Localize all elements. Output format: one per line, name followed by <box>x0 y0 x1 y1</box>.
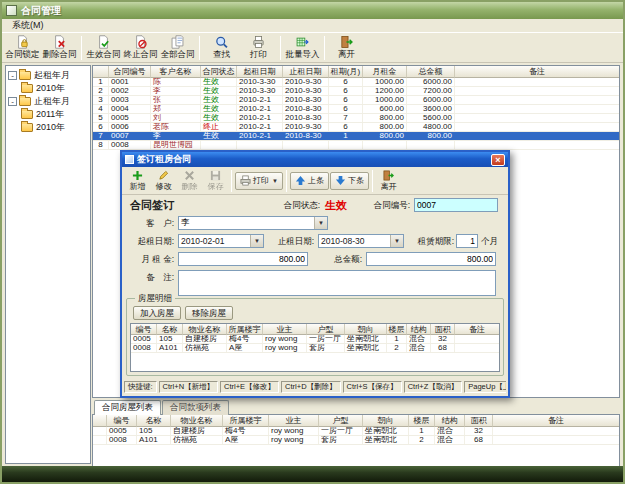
rent-field[interactable] <box>178 252 308 266</box>
chevron-down-icon[interactable]: ▼ <box>390 235 403 247</box>
contract-row[interactable]: 5 0005 刘 生效 2010-2-1 2010-8-30 7 800.00 … <box>93 114 619 123</box>
contract-row[interactable]: 6 0006 老陈 终止 2010-2-1 2010-9-30 6 800.00… <box>93 123 619 132</box>
house-row[interactable]: 0008 A101 仿福苑 A座 roy wong 套房 坐南朝北 2 混合 6… <box>131 344 499 353</box>
tree-leaf-2011[interactable]: 2011年 <box>6 108 90 121</box>
tree-collapse-icon[interactable]: - <box>8 71 17 80</box>
note-field[interactable] <box>178 270 496 296</box>
chevron-down-icon[interactable]: ▼ <box>314 217 327 229</box>
all-contracts-button[interactable]: 全部合同 <box>159 34 196 62</box>
contract-grid-body: 1 0001 陈 生效 2010-3-30 2010-9-30 6 1000.0… <box>93 78 619 150</box>
tree-leaf-label[interactable]: 2011年 <box>36 108 64 121</box>
contract-row[interactable]: 2 0002 李 生效 2010-3-30 2010-9-30 6 1200.0… <box>93 87 619 96</box>
tree-leaf-2010[interactable]: 2010年 <box>6 82 90 95</box>
contract-row[interactable]: 8 0008 昆明世博园 <box>93 141 619 150</box>
column-header[interactable]: 月租金 <box>363 66 407 78</box>
batch-import-button[interactable]: 批量导入 <box>284 34 321 62</box>
tree-node-start-month[interactable]: - 起租年月 <box>6 69 90 82</box>
facing-cell: 坐南朝北 <box>345 344 387 352</box>
dialog-close-button[interactable]: × <box>491 154 505 166</box>
column-header[interactable]: 面积 <box>431 324 455 335</box>
tree-leaf-2010-b[interactable]: 2010年 <box>6 121 90 134</box>
customer-select[interactable]: 李 ▼ <box>178 216 328 230</box>
delete-button[interactable]: 删除 <box>177 168 202 194</box>
column-header[interactable]: 业主 <box>263 324 307 335</box>
column-header[interactable]: 户型 <box>319 415 363 427</box>
column-header[interactable]: 楼层 <box>387 324 407 335</box>
previous-record-button[interactable]: 上条 <box>290 172 329 190</box>
search-button[interactable]: 查找 <box>203 34 240 62</box>
tree-collapse-icon[interactable]: - <box>8 97 17 106</box>
column-header[interactable]: 备注 <box>493 415 619 427</box>
column-header[interactable]: 起租日期 <box>237 66 283 78</box>
tab-contract-payments[interactable]: 合同款项列表 <box>162 400 229 415</box>
column-header[interactable]: 所属楼宇 <box>223 415 269 427</box>
start-date-picker[interactable]: 2010-02-01 ▼ <box>178 234 264 248</box>
exit-button[interactable]: 离开 <box>328 34 365 62</box>
contract-row[interactable]: 4 0004 郑 生效 2010-2-1 2010-8-30 6 600.00 … <box>93 105 619 114</box>
house-row[interactable]: 0005 105 自建楼房 梅4号 roy wong 一房一厅 坐南朝北 1 混… <box>131 335 499 344</box>
column-header[interactable]: 面积 <box>465 415 493 427</box>
customer-select-value: 李 <box>179 217 314 229</box>
terminated-contracts-button[interactable]: 终止合同 <box>122 34 159 62</box>
column-header[interactable]: 所属楼宇 <box>227 324 263 335</box>
end-date-picker[interactable]: 2010-08-30 ▼ <box>318 234 404 248</box>
print-button[interactable]: 打印 <box>240 34 277 62</box>
contract-row[interactable]: 1 0001 陈 生效 2010-3-30 2010-9-30 6 1000.0… <box>93 78 619 87</box>
column-header[interactable]: 租期(月) <box>329 66 363 78</box>
active-contracts-button[interactable]: 生效合同 <box>85 34 122 62</box>
column-header[interactable]: 业主 <box>269 415 319 427</box>
tree-node-label[interactable]: 起租年月 <box>34 69 70 82</box>
column-header[interactable]: 结构 <box>407 324 431 335</box>
tree-leaf-label[interactable]: 2010年 <box>36 82 65 95</box>
column-header[interactable]: 客户名称 <box>151 66 201 78</box>
column-header[interactable]: 止租日期 <box>283 66 329 78</box>
add-button[interactable]: 新增 <box>125 168 150 194</box>
house-row[interactable]: 0005 105 自建楼房 梅4号 roy wong 一房一厅 坐南朝北 1 混… <box>93 427 619 436</box>
column-header[interactable]: 备注 <box>455 324 499 335</box>
column-header[interactable]: 物业名称 <box>183 324 227 335</box>
toolbar-button-label: 生效合同 <box>87 49 121 61</box>
column-header[interactable]: 朝向 <box>345 324 387 335</box>
tree-node-end-month[interactable]: - 止租年月 <box>6 95 90 108</box>
next-record-button[interactable]: 下条 <box>330 172 369 190</box>
row-number-cell: 5 <box>93 114 109 122</box>
column-header[interactable]: 合同编号 <box>109 66 151 78</box>
contract-delete-button[interactable]: 删除合同 <box>41 34 78 62</box>
column-header[interactable]: 朝向 <box>363 415 409 427</box>
shortcut-cell: Ctrl+Z【取消】 <box>404 381 463 393</box>
column-header[interactable]: 名称 <box>157 324 183 335</box>
total-field[interactable] <box>366 252 496 266</box>
column-header[interactable]: 户型 <box>307 324 345 335</box>
group-title: 房屋明细 <box>135 293 175 305</box>
contract-row[interactable]: 3 0003 张 生效 2010-2-1 2010-8-30 6 1000.00… <box>93 96 619 105</box>
column-header[interactable]: 楼层 <box>409 415 435 427</box>
column-header[interactable]: 合同状态 <box>201 66 237 78</box>
owner-cell: roy wong <box>263 335 307 343</box>
column-header[interactable]: 结构 <box>435 415 465 427</box>
tree-leaf-label[interactable]: 2010年 <box>36 121 65 134</box>
column-header[interactable]: 物业名称 <box>171 415 223 427</box>
owner-cell: roy wong <box>263 344 307 352</box>
contract-lock-button[interactable]: 合同锁定 <box>4 34 41 62</box>
chevron-down-icon[interactable]: ▼ <box>250 235 263 247</box>
contract-row[interactable]: 7 0007 李 生效 2010-2-1 2010-8-30 1 800.00 … <box>93 132 619 141</box>
add-house-button[interactable]: 加入房屋 <box>133 306 181 320</box>
term-field[interactable] <box>456 234 478 248</box>
edit-icon <box>158 170 169 181</box>
tree-node-label[interactable]: 止租年月 <box>34 95 70 108</box>
house-row[interactable]: 0008 A101 仿福苑 A座 roy wong 套房 坐南朝北 2 混合 6… <box>93 436 619 445</box>
contract-no-field[interactable] <box>414 198 498 212</box>
column-header[interactable]: 备注 <box>455 66 619 78</box>
column-header[interactable]: 编号 <box>107 415 137 427</box>
column-header[interactable]: 编号 <box>131 324 157 335</box>
house-id-cell: 0005 <box>131 335 157 343</box>
tab-contract-houses[interactable]: 合同房屋列表 <box>94 400 161 415</box>
edit-button[interactable]: 修改 <box>151 168 176 194</box>
column-header[interactable]: 总金额 <box>407 66 455 78</box>
dialog-exit-button[interactable]: 离开 <box>376 168 401 194</box>
remove-house-button[interactable]: 移除房屋 <box>185 306 233 320</box>
column-header[interactable]: 名称 <box>137 415 171 427</box>
dialog-print-button[interactable]: 打印 ▼ <box>235 172 283 190</box>
save-button[interactable]: 保存 <box>203 168 228 194</box>
menu-system[interactable]: 系统(M) <box>6 19 50 32</box>
